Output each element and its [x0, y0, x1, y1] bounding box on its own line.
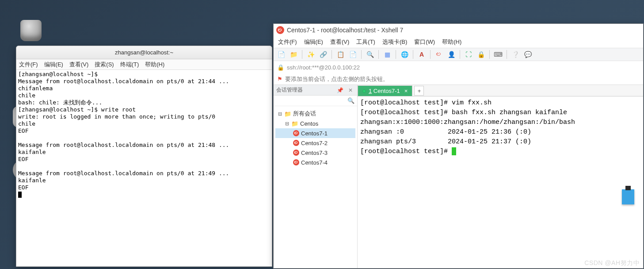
window-title: zhangsan@localhost:~ — [115, 49, 173, 56]
address-bar[interactable]: 🔒 ssh://root:***@20.0.0.100:22 — [274, 61, 643, 73]
color-icon[interactable]: ల — [434, 50, 444, 59]
tab-label: Centos7-1 — [373, 88, 400, 94]
gnome-terminal-window[interactable]: zhangsan@localhost:~ 文件(F) 编辑(E) 查看(V) 搜… — [16, 46, 272, 267]
session-tree[interactable]: ⊟📁所有会话 ⊟📁Centos లCentos7-1 లCentos7-2 లC… — [274, 106, 357, 268]
font-icon[interactable]: A — [417, 50, 427, 59]
collapse-icon[interactable]: ⊟ — [277, 111, 282, 117]
padlock-icon: 🔒 — [277, 64, 284, 71]
desktop-trash[interactable] — [15, 20, 46, 43]
menu-terminal[interactable]: 终端(T) — [120, 61, 139, 69]
folder-icon: 📁 — [284, 111, 291, 117]
menu-window[interactable]: 窗口(W) — [414, 38, 435, 46]
tab-centos7-1[interactable]: 1 Centos7-1 × — [358, 85, 412, 96]
titlebar[interactable]: zhangsan@localhost:~ — [16, 46, 272, 59]
search-icon[interactable]: 🔍 — [365, 50, 375, 59]
xshell-window[interactable]: ల Centos7-1 - root@localhost:/test - Xsh… — [273, 23, 644, 269]
menu-tools[interactable]: 工具(T) — [356, 38, 375, 46]
new-session-icon[interactable]: 📄 — [276, 50, 286, 59]
folder-icon: 📁 — [291, 120, 298, 127]
help-icon[interactable]: ❔ — [511, 50, 520, 59]
xshell-toolbar[interactable]: 📄 📁 ✨ 🔗 📋 📄 🔍 ▦ 🌐 A ల 👤 ⛶ 🔒 ⌨ ❔ 💬 — [274, 48, 643, 61]
menu-search[interactable]: 搜索(S) — [95, 61, 114, 69]
window-title: Centos7-1 - root@localhost:/test - Xshel… — [287, 27, 403, 34]
xshell-icon: ల — [276, 26, 284, 34]
tab-number: 1 — [369, 88, 372, 94]
session-icon: ల — [293, 159, 299, 165]
session-centos7-1[interactable]: లCentos7-1 — [275, 128, 355, 138]
search-icon: 🔍 — [347, 97, 354, 104]
tree-folder-centos[interactable]: ⊟📁Centos — [275, 119, 355, 128]
address-text[interactable]: ssh://root:***@20.0.0.100:22 — [287, 64, 360, 71]
xshell-menubar[interactable]: 文件(F) 编辑(E) 查看(V) 工具(T) 选项卡(B) 窗口(W) 帮助(… — [274, 36, 643, 48]
session-centos7-4[interactable]: లCentos7-4 — [275, 158, 355, 167]
session-icon: ల — [293, 150, 299, 156]
session-sidebar[interactable]: 会话管理器 📌 ✕ 🔍 ⊟📁所有会话 ⊟📁Centos లCentos7-1 ల… — [274, 85, 358, 268]
sidebar-title: 会话管理器 — [276, 86, 303, 94]
gnome-menubar[interactable]: 文件(F) 编辑(E) 查看(V) 搜索(S) 终端(T) 帮助(H) — [16, 59, 272, 70]
menu-edit[interactable]: 编辑(E) — [44, 61, 63, 69]
chat-icon[interactable]: 💬 — [523, 50, 533, 59]
menu-view[interactable]: 查看(V) — [69, 61, 88, 69]
menu-file[interactable]: 文件(F) — [278, 38, 297, 46]
xshell-console[interactable]: [root@localhost test]# vim fxx.sh [root@… — [358, 96, 643, 268]
terminal-cursor — [18, 192, 22, 198]
menu-view[interactable]: 查看(V) — [330, 38, 349, 46]
connect-icon[interactable]: ✨ — [306, 50, 316, 59]
reconnect-icon[interactable]: 🔗 — [318, 50, 328, 59]
menu-help[interactable]: 帮助(H) — [442, 38, 461, 46]
session-centos7-3[interactable]: లCentos7-3 — [275, 148, 355, 158]
terminal-output[interactable]: [zhangsan@localhost ~]$ Message from roo… — [16, 70, 272, 266]
session-icon: ల — [293, 140, 299, 146]
keyboard-icon[interactable]: ⌨ — [493, 50, 503, 59]
sticky-note-icon[interactable] — [622, 189, 634, 204]
terminal-cursor — [452, 147, 456, 155]
close-icon[interactable]: × — [404, 88, 408, 94]
lock-icon[interactable]: 🔒 — [476, 50, 486, 59]
session-centos7-2[interactable]: లCentos7-2 — [275, 138, 355, 148]
collapse-icon[interactable]: ⊟ — [284, 121, 290, 127]
fullscreen-icon[interactable]: ⛶ — [464, 50, 473, 59]
sidebar-controls[interactable]: 📌 ✕ — [337, 87, 354, 93]
menu-tabs[interactable]: 选项卡(B) — [382, 38, 407, 46]
sidebar-search[interactable]: 🔍 — [274, 96, 357, 106]
status-dot-icon — [362, 89, 366, 93]
flag-icon: ⚑ — [277, 76, 282, 82]
hint-bar: ⚑ 要添加当前会话，点击左侧的箭头按钮。 — [274, 73, 643, 85]
menu-edit[interactable]: 编辑(E) — [304, 38, 323, 46]
paste-icon[interactable]: 📄 — [348, 50, 358, 59]
add-tab-button[interactable]: + — [414, 86, 424, 96]
copy-icon[interactable]: 📋 — [335, 50, 345, 59]
xshell-titlebar[interactable]: ల Centos7-1 - root@localhost:/test - Xsh… — [274, 24, 643, 36]
session-icon: ల — [293, 130, 299, 136]
tree-root[interactable]: ⊟📁所有会话 — [275, 109, 355, 119]
hint-text: 要添加当前会话，点击左侧的箭头按钮。 — [285, 75, 389, 83]
sessions-icon[interactable]: ▦ — [382, 50, 392, 59]
menu-file[interactable]: 文件(F) — [19, 61, 38, 69]
user-icon[interactable]: 👤 — [446, 50, 456, 59]
watermark: CSDN @AH努力中 — [584, 259, 640, 267]
open-folder-icon[interactable]: 📁 — [289, 50, 298, 59]
sidebar-header[interactable]: 会话管理器 📌 ✕ — [274, 85, 357, 96]
menu-help[interactable]: 帮助(H) — [145, 61, 164, 69]
globe-icon[interactable]: 🌐 — [400, 50, 409, 59]
trash-icon — [20, 20, 42, 41]
tab-strip[interactable]: 1 Centos7-1 × + — [358, 85, 643, 96]
